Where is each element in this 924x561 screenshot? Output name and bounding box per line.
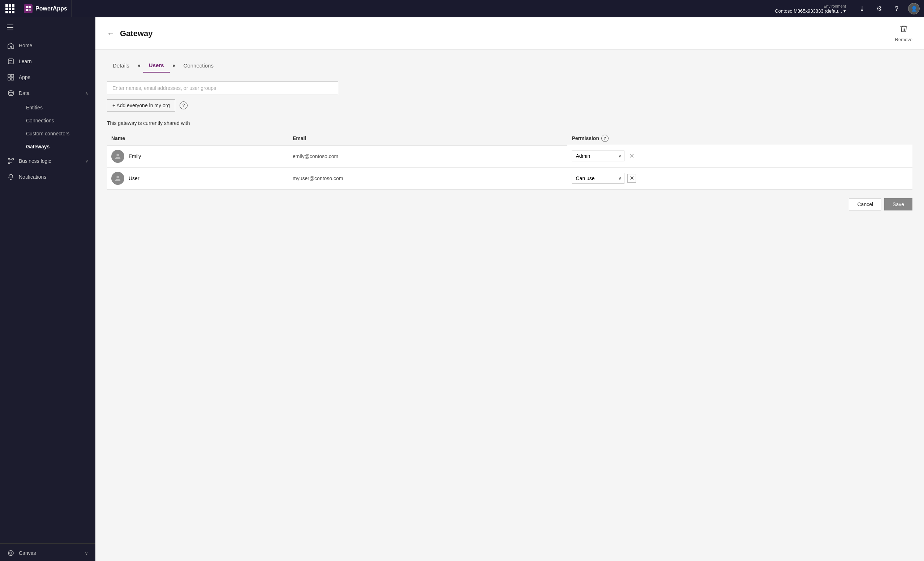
learn-icon <box>7 58 15 65</box>
sidebar-sub-data: Entities Connections Custom connectors G… <box>0 101 95 153</box>
apps-icon <box>7 74 15 81</box>
svg-rect-7 <box>8 74 10 77</box>
page-content: Details Users Connections + Add everyone… <box>95 50 924 561</box>
hamburger-button[interactable] <box>3 20 17 34</box>
sidebar-item-home[interactable]: Home <box>0 37 95 54</box>
remove-user-button[interactable]: ✕ <box>627 174 636 183</box>
home-icon <box>7 42 15 49</box>
svg-point-14 <box>8 162 10 164</box>
users-table: Name Email Permission ? <box>107 132 912 190</box>
sidebar-item-business-logic[interactable]: Business logic ∨ <box>0 153 95 169</box>
sidebar-item-gateways[interactable]: Gateways <box>19 140 95 153</box>
remove-emily-button[interactable]: ✕ <box>627 152 636 160</box>
topbar: PowerApps Environment Contoso M365x93383… <box>0 0 924 17</box>
page-header-left: ← Gateway <box>107 29 153 38</box>
permission-select-wrapper-emily: Admin Can use Can use + share ∨ <box>572 151 624 162</box>
add-everyone-button[interactable]: + Add everyone in my org <box>107 99 175 112</box>
canvas-label: Canvas <box>19 550 36 556</box>
permission-select-wrapper-user: Admin Can use Can use + share ∨ <box>572 173 624 184</box>
user-name-cell: Emily <box>107 145 288 167</box>
sidebar-item-connections[interactable]: Connections <box>19 114 95 127</box>
sidebar-item-apps[interactable]: Apps <box>0 69 95 85</box>
download-icon[interactable]: ⤓ <box>856 3 868 15</box>
sidebar-item-entities[interactable]: Entities <box>19 101 95 114</box>
col-permission: Permission ? <box>567 132 912 145</box>
user-search-input[interactable] <box>107 81 338 95</box>
svg-rect-2 <box>26 9 28 11</box>
tab-connections[interactable]: Connections <box>178 59 219 72</box>
help-icon[interactable]: ? <box>891 3 902 15</box>
svg-point-15 <box>10 552 12 554</box>
env-label: Environment <box>824 4 846 8</box>
env-value: Contoso M365x933833 (defau... ▾ <box>775 8 846 14</box>
cancel-button[interactable]: Cancel <box>849 198 881 211</box>
sidebar-bottom: Canvas ∨ <box>0 542 95 561</box>
environment-selector[interactable]: Environment Contoso M365x933833 (defau..… <box>775 4 846 14</box>
svg-rect-8 <box>11 74 14 77</box>
waffle-button[interactable] <box>4 3 15 14</box>
user-avatar-user <box>111 172 124 185</box>
svg-rect-10 <box>11 78 14 80</box>
data-chevron-icon: ∧ <box>85 91 88 96</box>
svg-point-19 <box>116 153 119 156</box>
sidebar-item-business-logic-label: Business logic <box>19 158 81 164</box>
user-avatar-emily <box>111 150 124 163</box>
save-button[interactable]: Save <box>884 198 912 211</box>
sidebar-item-notifications-label: Notifications <box>19 174 88 180</box>
page-header: ← Gateway Remove <box>95 17 924 50</box>
tabs: Details Users Connections <box>107 58 912 73</box>
table-row: Emily emily@contoso.com Admin <box>107 145 912 167</box>
business-logic-chevron-icon: ∨ <box>85 159 88 163</box>
tab-details[interactable]: Details <box>107 59 135 72</box>
svg-point-12 <box>8 159 10 160</box>
tab-dot-2 <box>173 64 175 67</box>
user-name-emily: Emily <box>129 153 141 159</box>
add-everyone-row: + Add everyone in my org ? <box>107 99 912 112</box>
user-permission-cell-user: Admin Can use Can use + share ∨ ✕ <box>567 167 912 189</box>
trash-icon <box>899 25 908 35</box>
table-row: User myuser@contoso.com Admin <box>107 167 912 189</box>
permission-select-emily[interactable]: Admin Can use Can use + share <box>572 151 624 162</box>
sidebar-item-canvas[interactable]: Canvas ∨ <box>0 545 95 561</box>
shared-with-label: This gateway is currently shared with <box>107 120 912 126</box>
col-name: Name <box>107 132 288 145</box>
data-icon <box>7 90 15 97</box>
user-permission-cell-emily: Admin Can use Can use + share ∨ ✕ <box>567 145 912 167</box>
svg-rect-9 <box>8 78 10 80</box>
user-avatar[interactable]: 👤 <box>908 3 920 15</box>
back-button[interactable]: ← <box>107 29 114 37</box>
canvas-icon <box>7 549 15 557</box>
sidebar-item-learn-label: Learn <box>19 58 88 64</box>
svg-point-16 <box>8 551 14 556</box>
svg-rect-0 <box>26 6 28 8</box>
col-email: Email <box>288 132 568 145</box>
settings-icon[interactable]: ⚙ <box>873 3 885 15</box>
business-logic-icon <box>7 157 15 165</box>
user-email-cell-emily: emily@contoso.com <box>288 145 568 167</box>
logo-icon <box>24 4 33 13</box>
sidebar-item-data[interactable]: Data ∧ <box>0 85 95 101</box>
permission-help-icon[interactable]: ? <box>601 135 609 142</box>
sidebar-item-notifications[interactable]: Notifications <box>0 169 95 185</box>
action-buttons: Cancel Save <box>107 198 912 211</box>
remove-label: Remove <box>895 37 912 42</box>
svg-point-20 <box>116 175 119 178</box>
sidebar-item-home-label: Home <box>19 43 88 48</box>
svg-point-11 <box>8 91 14 93</box>
svg-rect-4 <box>8 59 14 64</box>
remove-button[interactable]: Remove <box>895 25 912 42</box>
user-email-cell-user: myuser@contoso.com <box>288 167 568 189</box>
tab-users[interactable]: Users <box>143 58 170 73</box>
svg-point-13 <box>12 159 14 160</box>
app-name: PowerApps <box>35 5 67 12</box>
page-title: Gateway <box>120 29 153 38</box>
canvas-chevron-icon: ∨ <box>84 550 88 556</box>
add-everyone-help-icon[interactable]: ? <box>180 102 188 109</box>
user-name-user: User <box>129 175 140 181</box>
sidebar-item-custom-connectors[interactable]: Custom connectors <box>19 127 95 140</box>
notifications-icon <box>7 173 15 181</box>
tab-dot-1 <box>138 64 140 67</box>
permission-select-user[interactable]: Admin Can use Can use + share <box>572 173 624 184</box>
user-name-cell-user: User <box>107 167 288 189</box>
sidebar-item-learn[interactable]: Learn <box>0 54 95 69</box>
